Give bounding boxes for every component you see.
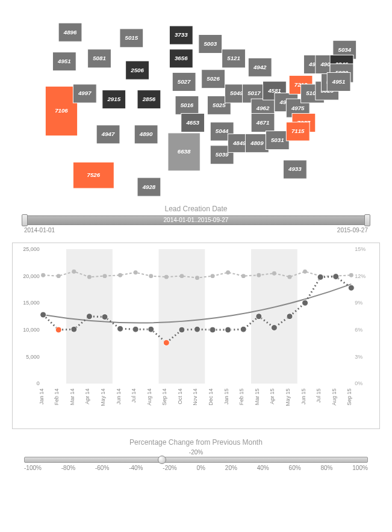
svg-point-108: [71, 326, 77, 332]
state-FL[interactable]: [283, 160, 306, 179]
svg-text:Sep 14: Sep 14: [161, 388, 167, 405]
state-NE[interactable]: [172, 73, 196, 91]
state-WY[interactable]: [126, 61, 149, 79]
svg-point-107: [55, 327, 61, 333]
svg-point-120: [256, 314, 262, 320]
state-UT[interactable]: [102, 90, 126, 109]
svg-point-85: [41, 273, 45, 277]
svg-rect-50: [159, 249, 205, 384]
svg-point-118: [225, 327, 231, 333]
state-GA[interactable]: [266, 131, 289, 150]
state-CT[interactable]: [327, 73, 350, 91]
state-MT[interactable]: [120, 29, 143, 48]
svg-text:Aug 14: Aug 14: [146, 388, 152, 405]
state-OR[interactable]: [52, 52, 76, 71]
svg-point-111: [117, 326, 123, 332]
svg-text:Mar 15: Mar 15: [254, 388, 260, 405]
svg-text:Nov 14: Nov 14: [192, 388, 198, 405]
state-SC[interactable]: [286, 122, 310, 141]
svg-text:15,000: 15,000: [23, 300, 39, 306]
svg-text:May 14: May 14: [100, 388, 106, 406]
date-min-label: 2014-01-01: [24, 227, 55, 234]
state-ND[interactable]: [169, 26, 193, 45]
date-slider-handle-min[interactable]: [22, 214, 28, 226]
svg-point-115: [179, 327, 185, 333]
svg-point-119: [240, 326, 246, 332]
svg-point-86: [57, 274, 61, 278]
date-range-slider-section: Lead Creation Date 2014-01-01..2015-09-2…: [0, 202, 392, 240]
state-OK[interactable]: [181, 113, 205, 132]
pct-slider-title: Percentage Change from Previous Month: [24, 438, 368, 447]
svg-text:5,000: 5,000: [26, 354, 39, 360]
date-slider-track[interactable]: 2014-01-01..2015-09-27: [24, 215, 368, 225]
svg-point-121: [271, 325, 277, 331]
svg-point-93: [164, 275, 169, 279]
svg-text:Sep 15: Sep 15: [346, 388, 352, 405]
svg-point-92: [149, 274, 153, 278]
date-max-label: 2015-09-27: [337, 227, 368, 234]
svg-text:3%: 3%: [355, 354, 362, 360]
state-WA[interactable]: [58, 23, 82, 42]
slider-value-label: 2014-01-01..2015-09-27: [25, 216, 367, 224]
pct-current-value: -20%: [24, 449, 368, 456]
state-TX[interactable]: [168, 133, 200, 171]
svg-text:Jun 14: Jun 14: [116, 388, 122, 404]
svg-text:Jan 15: Jan 15: [223, 388, 229, 404]
chart-plot-area[interactable]: 05,00010,00015,00020,00025,0000%3%6%9%12…: [12, 243, 380, 429]
svg-point-90: [118, 273, 122, 277]
state-HI[interactable]: [137, 178, 161, 196]
state-ID[interactable]: [88, 49, 111, 68]
state-CA[interactable]: [45, 86, 77, 135]
svg-text:Jul 14: Jul 14: [131, 388, 137, 403]
date-slider-handle-max[interactable]: [364, 214, 370, 226]
pct-slider-track[interactable]: [24, 457, 368, 463]
svg-point-96: [211, 274, 215, 278]
svg-point-116: [194, 326, 201, 332]
svg-text:12%: 12%: [355, 273, 366, 279]
svg-point-117: [210, 327, 216, 333]
state-AK[interactable]: [73, 162, 114, 188]
svg-point-113: [148, 326, 154, 332]
state-IA[interactable]: [202, 70, 225, 88]
svg-text:May 15: May 15: [285, 388, 291, 406]
state-AL[interactable]: [245, 134, 269, 152]
svg-text:Mar 14: Mar 14: [69, 388, 75, 405]
state-NV[interactable]: [73, 84, 96, 103]
state-KS[interactable]: [175, 96, 199, 114]
svg-point-102: [303, 270, 307, 274]
svg-text:6%: 6%: [355, 327, 362, 333]
state-TN[interactable]: [251, 113, 275, 132]
line-chart-section: Leads Created % Converted 05,00010,00015…: [0, 240, 392, 432]
state-WI[interactable]: [222, 49, 246, 68]
svg-point-95: [195, 276, 199, 280]
svg-point-105: [349, 273, 353, 277]
svg-point-88: [87, 275, 92, 279]
svg-text:20,000: 20,000: [23, 273, 39, 279]
state-SD[interactable]: [169, 49, 193, 68]
svg-point-91: [134, 270, 138, 274]
state-AZ[interactable]: [96, 125, 120, 144]
map-svg[interactable]: 4896495171064997508150152506291528564947…: [12, 6, 380, 199]
svg-text:0%: 0%: [355, 380, 362, 386]
state-MN[interactable]: [199, 35, 222, 54]
svg-text:Apr 15: Apr 15: [269, 388, 275, 404]
state-CO[interactable]: [137, 90, 161, 109]
svg-point-110: [102, 314, 108, 320]
svg-text:Apr 14: Apr 14: [84, 388, 90, 404]
svg-point-89: [103, 274, 107, 278]
svg-text:Feb 14: Feb 14: [54, 388, 60, 405]
svg-text:Jul 15: Jul 15: [316, 388, 322, 403]
svg-text:Oct 14: Oct 14: [177, 388, 183, 404]
state-NM[interactable]: [134, 125, 158, 144]
svg-text:0: 0: [37, 380, 40, 386]
svg-point-124: [317, 274, 323, 280]
pct-change-slider-section: Percentage Change from Previous Month -2…: [0, 432, 392, 483]
svg-point-106: [40, 312, 46, 318]
pct-slider-handle[interactable]: [158, 456, 166, 464]
slider-title: Lead Creation Date: [24, 205, 368, 213]
svg-point-109: [86, 314, 92, 320]
svg-point-99: [257, 273, 261, 277]
svg-text:10,000: 10,000: [23, 327, 39, 333]
state-MI[interactable]: [248, 58, 272, 76]
svg-point-94: [179, 274, 184, 278]
